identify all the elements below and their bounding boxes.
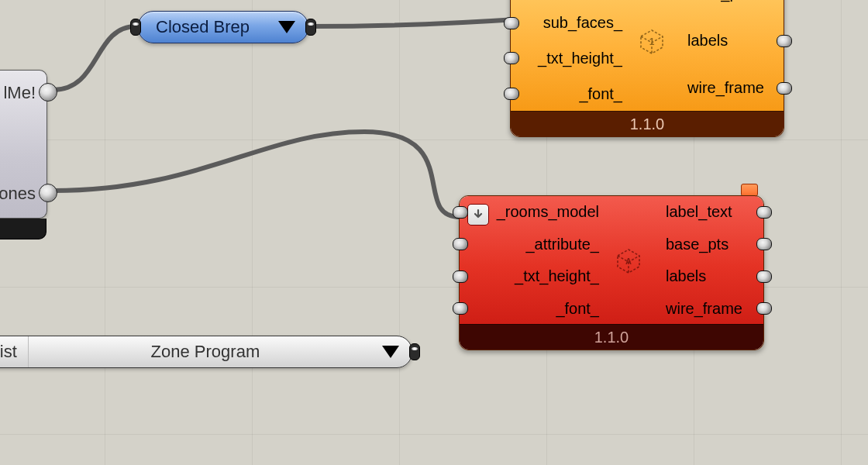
input-port[interactable] xyxy=(453,238,468,250)
closed-brep-param[interactable]: Closed Brep xyxy=(138,11,308,43)
orange-component[interactable]: 1.1.0 1 _attribute_ sub_faces_ _txt_heig… xyxy=(510,0,784,137)
input-port[interactable] xyxy=(453,206,468,219)
component-output-label: base_pts xyxy=(661,236,763,253)
param-label: Closed Brep xyxy=(156,17,250,37)
component-input-label: _font_ xyxy=(460,300,604,318)
component-output-label: label_text xyxy=(661,203,763,221)
component-output-label: labels xyxy=(683,32,784,50)
panel-output-label: lMe! xyxy=(3,83,36,103)
component-input-label: _attribute_ xyxy=(460,236,604,253)
component-input-label: sub_faces_ xyxy=(511,14,627,32)
panel-footer xyxy=(0,219,46,239)
output-port[interactable] xyxy=(777,35,792,47)
value-list-selected[interactable]: Zone Program xyxy=(29,342,382,362)
component-version: 1.1.0 xyxy=(460,324,763,350)
component-icon: 1 xyxy=(635,24,669,58)
output-port[interactable] xyxy=(756,206,772,219)
output-port[interactable] xyxy=(777,82,792,95)
grasshopper-canvas[interactable]: lMe! ones Closed Brep 1.1.0 1 _attribute… xyxy=(0,0,868,465)
input-grip[interactable] xyxy=(130,19,141,36)
output-port[interactable] xyxy=(39,83,57,102)
component-input-label: _txt_height_ xyxy=(511,50,627,67)
red-component[interactable]: 1.1.0 A _rooms_model _attribute_ _txt_he… xyxy=(459,195,764,350)
input-port[interactable] xyxy=(453,270,468,283)
output-port[interactable] xyxy=(756,238,772,250)
output-grip[interactable] xyxy=(409,343,420,360)
output-port[interactable] xyxy=(39,184,57,202)
dropdown-icon[interactable] xyxy=(382,346,399,358)
input-port[interactable] xyxy=(504,52,519,64)
component-input-label: _rooms_model xyxy=(460,203,604,221)
component-icon: A xyxy=(611,243,646,277)
panel-component[interactable]: lMe! ones xyxy=(0,70,47,219)
component-output-label: labels xyxy=(661,267,763,285)
value-list-param[interactable]: uteList Zone Program xyxy=(0,336,412,368)
dropdown-icon[interactable] xyxy=(278,21,295,33)
component-output-label: base_pts xyxy=(683,0,784,2)
component-input-label: _txt_height_ xyxy=(460,267,604,285)
input-port[interactable] xyxy=(453,302,468,315)
value-list-name: uteList xyxy=(0,336,29,367)
input-port[interactable] xyxy=(504,17,519,29)
output-port[interactable] xyxy=(756,270,772,283)
component-output-label: wire_frame xyxy=(683,79,784,97)
input-port[interactable] xyxy=(504,88,519,100)
output-grip[interactable] xyxy=(305,19,316,36)
svg-text:A: A xyxy=(625,257,632,266)
svg-text:1: 1 xyxy=(649,36,655,47)
component-output-label: wire_frame xyxy=(661,300,763,318)
output-port[interactable] xyxy=(756,302,772,315)
component-input-label: _font_ xyxy=(511,85,627,103)
panel-output-label: ones xyxy=(0,184,36,204)
component-version: 1.1.0 xyxy=(511,111,784,136)
